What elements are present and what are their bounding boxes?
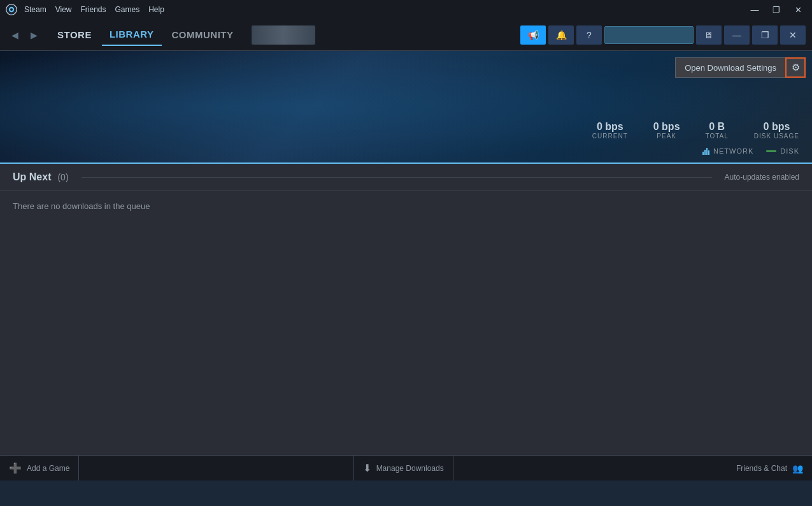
steam-logo-icon [5, 3, 18, 16]
add-game-icon: ➕ [9, 462, 22, 474]
bottom-bar: ➕ Add a Game ⬇ Manage Downloads Friends … [0, 455, 812, 481]
hero-banner: Open Download Settings ⚙ 0 bps CURRENT 0… [0, 51, 812, 163]
menu-friends[interactable]: Friends [80, 5, 106, 14]
stat-current-label: CURRENT [592, 133, 628, 140]
nav-arrows: ◀ ▶ [6, 27, 42, 43]
stat-disk-usage-label: DISK USAGE [754, 133, 799, 140]
stats-area: 0 bps CURRENT 0 bps PEAK 0 B TOTAL 0 bps… [592, 121, 799, 163]
tab-library[interactable]: LIBRARY [102, 24, 162, 46]
stat-peak: 0 bps PEAK [653, 121, 680, 140]
nav-bar: ◀ ▶ STORE LIBRARY COMMUNITY 📢 🔔 ? 🖥 — ❐ … [0, 19, 812, 51]
legend-network-label: NETWORK [713, 147, 753, 155]
stats-row: 0 bps CURRENT 0 bps PEAK 0 B TOTAL 0 bps… [592, 121, 799, 145]
menu-games[interactable]: Games [115, 5, 140, 14]
disk-chart-icon [766, 150, 776, 152]
downloads-section: Up Next (0) Auto-updates enabled There a… [0, 163, 812, 481]
friends-chat-label: Friends & Chat [736, 464, 787, 473]
title-bar-menu: Steam View Friends Games Help [24, 5, 164, 14]
nav-tabs: STORE LIBRARY COMMUNITY [50, 24, 241, 46]
network-chart-icon [702, 147, 709, 155]
up-next-title: Up Next [13, 171, 51, 183]
manage-downloads-icon: ⬇ [363, 462, 371, 474]
title-bar: Steam View Friends Games Help — ❐ ✕ [0, 0, 812, 19]
restore-window-button[interactable]: ❐ [752, 25, 778, 45]
menu-help[interactable]: Help [148, 5, 164, 14]
stat-disk-usage-value: 0 bps [754, 121, 799, 133]
back-button[interactable]: ◀ [6, 27, 23, 43]
close-button[interactable]: ✕ [789, 3, 807, 16]
user-avatar-area [252, 25, 315, 45]
download-settings-gear-button[interactable]: ⚙ [785, 57, 806, 78]
gear-icon: ⚙ [792, 62, 800, 73]
minimize-button[interactable]: — [746, 3, 764, 16]
help-button[interactable]: ? [576, 25, 602, 45]
add-game-label: Add a Game [27, 464, 69, 473]
manage-downloads-button[interactable]: ⬇ Manage Downloads [353, 456, 453, 481]
header-toolbar: 📢 🔔 ? 🖥 — ❐ ✕ [520, 25, 806, 45]
title-bar-left: Steam View Friends Games Help [5, 3, 164, 16]
broadcast-button[interactable]: 📢 [520, 25, 546, 45]
restore-button[interactable]: ❐ [767, 3, 785, 16]
title-bar-controls: — ❐ ✕ [746, 3, 807, 16]
stat-peak-label: PEAK [653, 133, 680, 140]
svg-point-2 [10, 8, 13, 11]
stat-disk-usage: 0 bps DISK USAGE [754, 121, 799, 140]
manage-downloads-label: Manage Downloads [376, 464, 444, 473]
auto-updates-text: Auto-updates enabled [725, 173, 799, 182]
friends-chat-button[interactable]: Friends & Chat 👥 [727, 456, 812, 481]
minimize-window-button[interactable]: — [724, 25, 750, 45]
stat-total-value: 0 B [706, 121, 729, 133]
add-game-button[interactable]: ➕ Add a Game [0, 456, 79, 481]
tab-store[interactable]: STORE [50, 24, 99, 45]
window-mode-button[interactable]: 🖥 [696, 25, 722, 45]
up-next-header: Up Next (0) Auto-updates enabled [0, 164, 812, 191]
legend-network: NETWORK [702, 147, 753, 155]
stat-total: 0 B TOTAL [706, 121, 729, 140]
friends-chat-icon: 👥 [792, 463, 803, 473]
download-settings-area: Open Download Settings ⚙ [675, 57, 806, 78]
stat-peak-value: 0 bps [653, 121, 680, 133]
stat-current: 0 bps CURRENT [592, 121, 628, 140]
up-next-divider [82, 177, 712, 178]
chart-legend: NETWORK DISK [702, 145, 799, 163]
main-content: Open Download Settings ⚙ 0 bps CURRENT 0… [0, 51, 812, 481]
notifications-button[interactable]: 🔔 [548, 25, 574, 45]
up-next-count: (0) [57, 172, 68, 182]
search-input[interactable] [604, 26, 694, 44]
legend-disk-label: DISK [780, 147, 799, 155]
close-window-button[interactable]: ✕ [780, 25, 806, 45]
menu-steam[interactable]: Steam [24, 5, 46, 14]
empty-queue-message: There are no downloads in the queue [0, 191, 812, 221]
avatar[interactable] [252, 25, 315, 45]
stat-total-label: TOTAL [706, 133, 729, 140]
menu-view[interactable]: View [55, 5, 72, 14]
tab-community[interactable]: COMMUNITY [164, 24, 241, 45]
open-download-settings-button[interactable]: Open Download Settings [675, 57, 785, 78]
forward-button[interactable]: ▶ [25, 27, 42, 43]
stat-current-value: 0 bps [592, 121, 628, 133]
legend-disk: DISK [766, 147, 799, 155]
